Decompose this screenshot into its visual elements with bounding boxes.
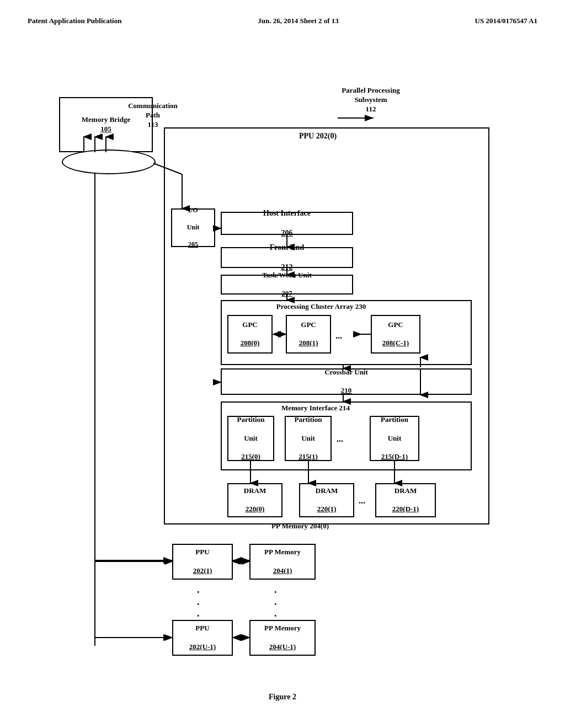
header-left: Patent Application Publication (28, 17, 121, 25)
pps-arrow (338, 113, 382, 124)
partition-dots: ... (337, 433, 343, 445)
dram-dots: ... (359, 495, 365, 507)
page: Patent Application Publication Jun. 26, … (0, 0, 565, 728)
diagram: Memory Bridge 105 Communication Path 113… (29, 42, 536, 687)
gpc0-box: GPC 208(0) (227, 315, 273, 354)
comm-path-label: Communication Path 113 (117, 101, 189, 130)
ppu1-box: PPU 202(1) (172, 544, 233, 580)
ppu-dots-row1: ... (197, 584, 200, 620)
pca-label: Processing Cluster Array 230 (238, 302, 404, 312)
ppu-dots-row2: ... (274, 584, 277, 620)
mem-interface-label: Memory Interface 214 (238, 404, 393, 413)
gpc1-box: GPC 208(1) (286, 315, 331, 354)
host-interface-box: Host Interface 206 (221, 212, 353, 235)
dramD-box: DRAM 220(D-1) (375, 483, 436, 517)
io-unit-box: I/O Unit 205 (171, 208, 215, 247)
header-middle: Jun. 26, 2014 Sheet 2 of 13 (258, 17, 339, 25)
crossbar-box: Crossbar Unit 210 (221, 368, 472, 395)
partition0-box: Partition Unit 215(0) (227, 416, 274, 461)
gpcC-box: GPC 208(C-1) (371, 315, 420, 354)
pp-memory1-box: PP Memory 204(1) (249, 544, 316, 580)
gpc-dots: ... (335, 330, 342, 342)
pp-memoryU1-box: PP Memory 204(U-1) (249, 620, 316, 656)
pps-label: Parallel Processing Subsystem 112 (316, 86, 426, 114)
pp-memory0-label: PP Memory 204(0) (271, 522, 329, 531)
ppuU1-box: PPU 202(U-1) (172, 620, 233, 656)
task-work-box: Task/Work Unit 207 (221, 275, 353, 295)
partitionD-box: Partition Unit 215(D-1) (370, 416, 419, 461)
page-header: Patent Application Publication Jun. 26, … (28, 17, 537, 25)
header-right: US 2014/0176547 A1 (475, 17, 537, 25)
partition1-box: Partition Unit 215(1) (285, 416, 332, 461)
bus-ellipse (62, 149, 156, 174)
figure-caption: Figure 2 (28, 693, 537, 702)
front-end-box: Front End 212 (221, 247, 353, 268)
dram0-box: DRAM 220(0) (227, 483, 282, 517)
dram1-box: DRAM 220(1) (299, 483, 354, 517)
ppu0-label: PPU 202(0) (299, 131, 337, 141)
